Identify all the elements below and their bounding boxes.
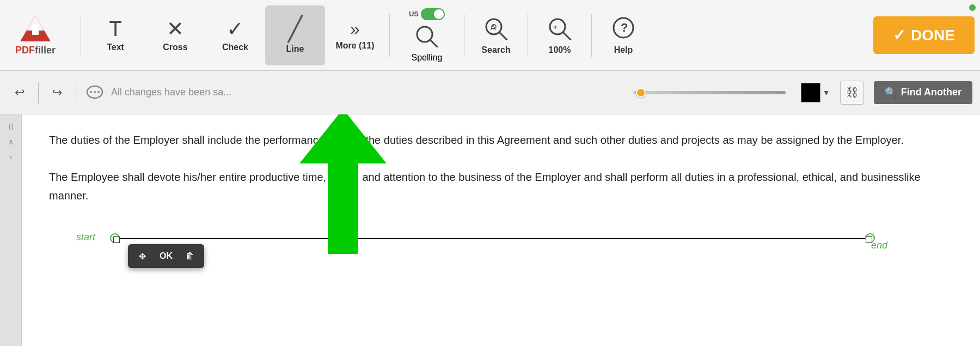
help-label: Help (614, 45, 633, 55)
spelling-us-label: US (409, 10, 419, 18)
main-content: ⟨⟨ ∧ › The duties of the Employer shall … (0, 114, 980, 346)
logo[interactable]: PDFfiller (5, 14, 65, 56)
slider-track (633, 91, 786, 94)
logo-divider (81, 14, 81, 57)
slider-thumb[interactable] (636, 88, 646, 98)
float-ok-button[interactable]: OK (155, 250, 177, 262)
spelling-button[interactable]: US Spelling (394, 5, 460, 65)
svg-line-10 (563, 32, 571, 40)
changes-saved-text: All changes have been sa... (111, 87, 612, 98)
second-toolbar: ↩ ↪ All changes have been sa... ▼ ⛓ 🔍 Fi… (0, 71, 980, 114)
arrow-head (299, 114, 387, 163)
nav-divider (38, 82, 39, 104)
toolbar-check-button[interactable]: ✓ Check (205, 5, 265, 65)
svg-point-17 (97, 91, 100, 93)
panel-arrow-up[interactable]: ∧ (6, 135, 16, 148)
toolbar-text-label: Text (107, 43, 124, 52)
line-icon: ╱ (288, 17, 302, 41)
delete-icon: 🗑 (186, 251, 194, 261)
toolbar-line-button[interactable]: ╱ Line (265, 5, 325, 65)
comment-button[interactable] (83, 81, 107, 105)
float-move-button[interactable]: ✥ (133, 247, 151, 265)
paragraph-2: The Employee shall devote his/her entire… (49, 168, 953, 205)
paragraph-1: The duties of the Employer shall include… (49, 131, 953, 149)
spelling-toggle[interactable] (421, 8, 445, 20)
redo-icon: ↪ (52, 86, 62, 100)
drawn-line[interactable] (114, 238, 871, 239)
top-toolbar: PDFfiller T Text ✕ Cross ✓ Check ╱ Line … (0, 0, 980, 71)
toolbar-line-label: Line (286, 44, 304, 54)
left-panel: ⟨⟨ ∧ › (0, 114, 22, 346)
link-icon: ⛓ (846, 86, 858, 100)
help-button[interactable]: ? Help (596, 5, 651, 65)
online-indicator (969, 4, 976, 11)
text-icon: T (109, 19, 121, 39)
zoom-icon: + (547, 16, 573, 42)
green-arrow-indicator (299, 114, 387, 262)
help-icon: ? (611, 16, 635, 42)
nav-divider-2 (76, 82, 76, 104)
opacity-slider[interactable] (633, 91, 786, 94)
toolbar-divider-3 (528, 14, 528, 57)
document-area: The duties of the Employer shall include… (22, 114, 980, 346)
line-start-label: start (76, 232, 95, 243)
search-label: Search (481, 45, 510, 55)
toolbar-check-label: Check (222, 43, 248, 52)
line-handle-start-square[interactable] (113, 236, 120, 243)
toolbar-divider-2 (464, 14, 464, 57)
link-button[interactable]: ⛓ (840, 81, 864, 105)
check-icon: ✓ (226, 19, 244, 39)
spelling-label: Spelling (412, 53, 443, 63)
toolbar-divider-4 (591, 14, 592, 57)
panel-collapse-top[interactable]: ⟨⟨ (6, 120, 16, 133)
svg-rect-2 (32, 24, 39, 35)
undo-icon: ↩ (15, 86, 24, 100)
arrow-body (328, 161, 358, 254)
line-end-label: end (871, 240, 887, 251)
float-delete-button[interactable]: 🗑 (181, 247, 199, 265)
spelling-icon-wrap (414, 23, 440, 50)
svg-line-6 (499, 32, 507, 40)
logo-text: PDFfiller (15, 45, 56, 56)
svg-text:+: + (553, 23, 558, 31)
ok-label: OK (160, 251, 173, 260)
move-icon: ✥ (139, 251, 146, 262)
svg-line-4 (430, 40, 438, 47)
redo-button[interactable]: ↪ (45, 81, 69, 105)
color-picker-button[interactable]: ▼ (801, 83, 830, 102)
panel-arrow-right[interactable]: › (7, 150, 14, 163)
toolbar-more-label: More (11) (335, 41, 374, 51)
spelling-toggle-row: US (409, 8, 445, 20)
color-swatch (801, 83, 820, 102)
toolbar-text-button[interactable]: T Text (85, 5, 145, 65)
zoom-button[interactable]: + 100% (532, 5, 587, 65)
toolbar-cross-button[interactable]: ✕ Cross (145, 5, 205, 65)
done-label: DONE (911, 27, 955, 44)
zoom-label: 100% (549, 45, 571, 55)
svg-point-15 (90, 91, 92, 93)
search-find-icon: 🔍 (885, 87, 897, 99)
more-icon: » (350, 20, 360, 38)
find-another-label: Find Another (901, 87, 961, 98)
toolbar-cross-label: Cross (163, 43, 187, 52)
done-button[interactable]: ✓ DONE (873, 16, 975, 54)
search-button[interactable]: A Search (469, 5, 523, 65)
svg-text:?: ? (621, 21, 628, 34)
undo-button[interactable]: ↩ (8, 81, 32, 105)
cross-icon: ✕ (167, 19, 184, 39)
color-dropdown-arrow: ▼ (823, 88, 830, 97)
done-check-icon: ✓ (893, 26, 905, 44)
search-icon: A (483, 16, 509, 42)
svg-point-16 (94, 91, 96, 93)
floating-toolbar: ✥ OK 🗑 (128, 244, 204, 268)
toolbar-divider-1 (389, 14, 390, 57)
document-text: The duties of the Employer shall include… (49, 131, 953, 205)
toolbar-more-button[interactable]: » More (11) (325, 5, 385, 65)
find-another-button[interactable]: 🔍 Find Another (874, 81, 972, 104)
